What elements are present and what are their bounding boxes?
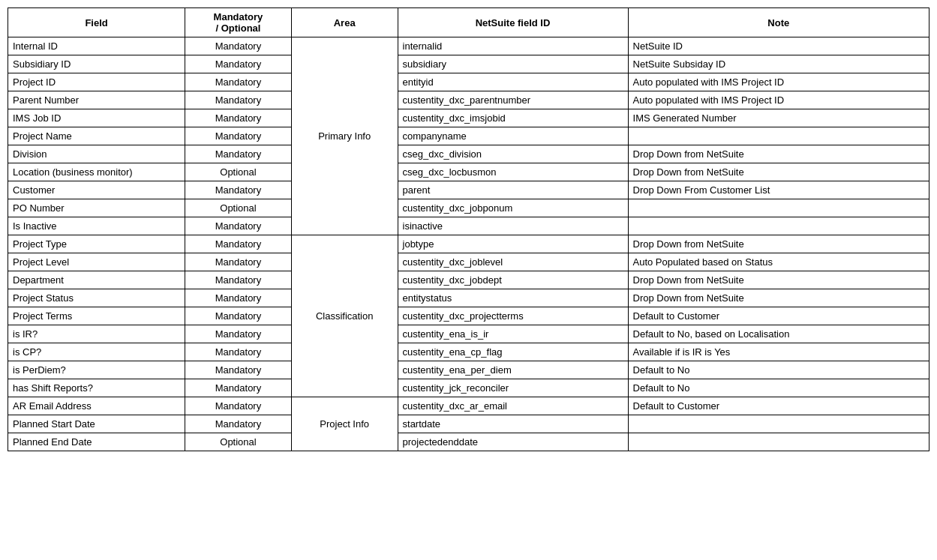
cell-netsuite-id: companyname (398, 127, 628, 145)
table-row: DivisionMandatorycseg_dxc_divisionDrop D… (8, 145, 929, 163)
cell-note: Default to Customer (628, 307, 929, 325)
cell-netsuite-id: entitystatus (398, 289, 628, 307)
table-row: Project TypeMandatoryClassificationjobty… (8, 235, 929, 253)
cell-field: is PerDiem? (8, 361, 185, 379)
cell-mandatory: Mandatory (185, 379, 292, 397)
cell-field: Project Terms (8, 307, 185, 325)
cell-note: Drop Down from NetSuite (628, 289, 929, 307)
cell-field: Customer (8, 181, 185, 199)
cell-mandatory: Mandatory (185, 91, 292, 109)
cell-note: Auto populated with IMS Project ID (628, 91, 929, 109)
table-row: Project IDMandatoryentityidAuto populate… (8, 73, 929, 91)
cell-mandatory: Mandatory (185, 73, 292, 91)
table-row: Location (business monitor)Optionalcseg_… (8, 163, 929, 181)
header-area: Area (291, 8, 398, 37)
cell-mandatory: Optional (185, 199, 292, 217)
cell-field: is CP? (8, 343, 185, 361)
cell-note (628, 127, 929, 145)
cell-netsuite-id: custentity_ena_cp_flag (398, 343, 628, 361)
cell-mandatory: Mandatory (185, 55, 292, 73)
cell-note: Drop Down from NetSuite (628, 163, 929, 181)
cell-note: NetSuite Subsiday ID (628, 55, 929, 73)
cell-netsuite-id: custentity_dxc_parentnumber (398, 91, 628, 109)
cell-note (628, 199, 929, 217)
cell-netsuite-id: entityid (398, 73, 628, 91)
cell-netsuite-id: parent (398, 181, 628, 199)
table-row: CustomerMandatoryparentDrop Down From Cu… (8, 181, 929, 199)
cell-netsuite-id: custentity_dxc_joblevel (398, 253, 628, 271)
main-table: Field Mandatory/ Optional Area NetSuite … (8, 7, 929, 451)
cell-netsuite-id: cseg_dxc_division (398, 145, 628, 163)
cell-field: Project Type (8, 235, 185, 253)
header-note: Note (628, 8, 929, 37)
cell-mandatory: Optional (185, 433, 292, 451)
cell-field: Parent Number (8, 91, 185, 109)
table-row: has Shift Reports?Mandatorycustentity_jc… (8, 379, 929, 397)
cell-note: Auto populated with IMS Project ID (628, 73, 929, 91)
table-row: Is InactiveMandatoryisinactive (8, 217, 929, 235)
cell-netsuite-id: custentity_dxc_ar_email (398, 397, 628, 415)
cell-note (628, 433, 929, 451)
table-row: PO NumberOptionalcustentity_dxc_jobponum (8, 199, 929, 217)
table-row: Project NameMandatorycompanyname (8, 127, 929, 145)
header-netsuite-id: NetSuite field ID (398, 8, 628, 37)
table-row: is IR?Mandatorycustentity_ena_is_irDefau… (8, 325, 929, 343)
cell-note (628, 217, 929, 235)
cell-field: AR Email Address (8, 397, 185, 415)
cell-mandatory: Mandatory (185, 415, 292, 433)
cell-mandatory: Optional (185, 163, 292, 181)
cell-field: Project Level (8, 253, 185, 271)
cell-mandatory: Mandatory (185, 127, 292, 145)
cell-note: Drop Down from NetSuite (628, 145, 929, 163)
cell-note: Drop Down from NetSuite (628, 235, 929, 253)
cell-mandatory: Mandatory (185, 253, 292, 271)
table-row: DepartmentMandatorycustentity_dxc_jobdep… (8, 271, 929, 289)
table-row: Internal IDMandatoryPrimary Infointernal… (8, 37, 929, 55)
table-row: AR Email AddressMandatoryProject Infocus… (8, 397, 929, 415)
cell-field: Is Inactive (8, 217, 185, 235)
cell-mandatory: Mandatory (185, 217, 292, 235)
cell-area: Project Info (291, 397, 398, 451)
cell-note (628, 415, 929, 433)
cell-netsuite-id: custentity_dxc_jobponum (398, 199, 628, 217)
cell-field: Planned End Date (8, 433, 185, 451)
table-row: Subsidiary IDMandatorysubsidiaryNetSuite… (8, 55, 929, 73)
table-row: is CP?Mandatorycustentity_ena_cp_flagAva… (8, 343, 929, 361)
cell-note: Auto Populated based on Status (628, 253, 929, 271)
table-row: Project TermsMandatorycustentity_dxc_pro… (8, 307, 929, 325)
cell-note: NetSuite ID (628, 37, 929, 55)
cell-field: Department (8, 271, 185, 289)
cell-mandatory: Mandatory (185, 343, 292, 361)
cell-note: Default to No, based on Localisation (628, 325, 929, 343)
table-row: is PerDiem?Mandatorycustentity_ena_per_d… (8, 361, 929, 379)
cell-note: Default to No (628, 379, 929, 397)
table-row: Project LevelMandatorycustentity_dxc_job… (8, 253, 929, 271)
cell-mandatory: Mandatory (185, 37, 292, 55)
cell-mandatory: Mandatory (185, 145, 292, 163)
cell-mandatory: Mandatory (185, 397, 292, 415)
cell-field: IMS Job ID (8, 109, 185, 127)
cell-netsuite-id: custentity_dxc_projectterms (398, 307, 628, 325)
cell-field: Project Name (8, 127, 185, 145)
cell-area: Classification (291, 235, 398, 397)
cell-netsuite-id: custentity_ena_per_diem (398, 361, 628, 379)
cell-netsuite-id: internalid (398, 37, 628, 55)
cell-netsuite-id: custentity_ena_is_ir (398, 325, 628, 343)
cell-note: Default to No (628, 361, 929, 379)
cell-mandatory: Mandatory (185, 361, 292, 379)
cell-field: is IR? (8, 325, 185, 343)
cell-note: IMS Generated Number (628, 109, 929, 127)
cell-field: Project ID (8, 73, 185, 91)
cell-field: Division (8, 145, 185, 163)
cell-netsuite-id: jobtype (398, 235, 628, 253)
cell-netsuite-id: projectedenddate (398, 433, 628, 451)
cell-note: Drop Down From Customer List (628, 181, 929, 199)
table-row: Project StatusMandatoryentitystatusDrop … (8, 289, 929, 307)
cell-netsuite-id: startdate (398, 415, 628, 433)
table-row: Parent NumberMandatorycustentity_dxc_par… (8, 91, 929, 109)
table-row: IMS Job IDMandatorycustentity_dxc_imsjob… (8, 109, 929, 127)
header-field: Field (8, 8, 185, 37)
header-mandatory: Mandatory/ Optional (185, 8, 292, 37)
table-row: Planned Start DateMandatorystartdate (8, 415, 929, 433)
cell-netsuite-id: custentity_dxc_jobdept (398, 271, 628, 289)
